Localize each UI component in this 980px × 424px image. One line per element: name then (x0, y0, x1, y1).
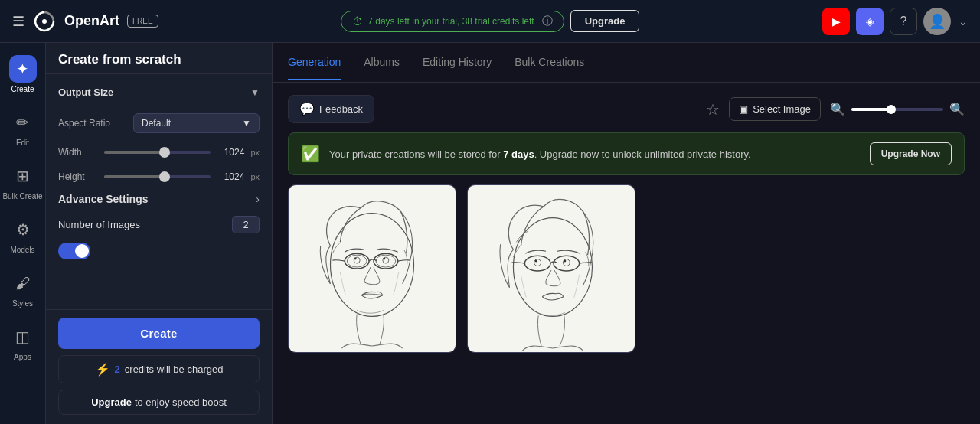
star-button[interactable]: ☆ (706, 100, 720, 119)
svg-point-0 (42, 19, 47, 24)
sidebar-item-bulk-create[interactable]: ⊞ Bulk Create (0, 156, 45, 207)
help-button[interactable]: ? (890, 8, 917, 35)
credits-text: credits will be charged (125, 364, 224, 375)
width-value: 1024 (217, 147, 244, 158)
panel-footer: Create ⚡ 2 credits will be charged Upgra… (46, 309, 272, 424)
output-size-section[interactable]: Output Size ▼ (58, 83, 260, 101)
trial-info: ⏱ 7 days left in your trial, 38 trial cr… (168, 10, 813, 32)
upgrade-now-button[interactable]: Upgrade Now (870, 142, 952, 165)
sketch-svg-2 (468, 185, 635, 352)
sidebar-item-edit[interactable]: ✏ Edit (0, 103, 45, 153)
svg-point-18 (564, 260, 566, 263)
create-button[interactable]: Create (58, 318, 260, 349)
sidebar-label-apps: Apps (14, 353, 31, 361)
zoom-out-icon[interactable]: 🔍 (830, 102, 845, 116)
svg-point-10 (383, 258, 385, 260)
discord-button[interactable]: ◈ (856, 8, 884, 35)
sidebar-label-create: Create (11, 85, 34, 93)
width-row: Width 1024 px (58, 147, 260, 158)
images-toggle[interactable] (58, 243, 90, 259)
height-slider[interactable] (104, 175, 211, 178)
avatar[interactable]: 👤 (923, 8, 951, 35)
sidebar-label-bulk-create: Bulk Create (2, 192, 42, 201)
num-images-header: Number of Images 2 (58, 216, 260, 233)
sketch-svg-1 (289, 185, 456, 352)
hamburger-icon[interactable]: ☰ (12, 13, 24, 30)
output-size-label: Output Size (58, 86, 113, 98)
select-image-icon: ▣ (739, 103, 748, 115)
generated-image-2[interactable] (467, 184, 635, 353)
width-slider[interactable] (104, 151, 211, 154)
aspect-ratio-select[interactable]: Default ▼ (133, 113, 260, 133)
styles-icon: 🖌 (9, 269, 37, 297)
tab-albums[interactable]: Albums (364, 45, 400, 80)
advance-settings-row[interactable]: Advance Settings › (58, 191, 260, 207)
apps-icon: ◫ (9, 323, 37, 351)
logo-text: OpenArt (64, 13, 119, 29)
bulk-create-icon: ⊞ (9, 162, 37, 190)
logo-area: ☰ OpenArt FREE (12, 9, 158, 34)
panel-title: Create from scratch (46, 43, 272, 74)
height-label: Height (58, 171, 98, 182)
panel-content: Output Size ▼ Aspect Ratio Default ▼ Wid… (46, 74, 272, 309)
tabs-bar: Generation Albums Editing History Bulk C… (273, 43, 980, 83)
chevron-down-icon[interactable]: ⌄ (959, 15, 968, 28)
select-image-label: Select Image (753, 103, 811, 115)
svg-point-6 (354, 258, 357, 260)
aspect-ratio-row: Aspect Ratio Default ▼ (58, 113, 260, 133)
info-suffix: . Upgrade now to unlock unlimited privat… (534, 148, 751, 160)
icon-sidebar: ✦ Create ✏ Edit ⊞ Bulk Create ⚙ Models 🖌… (0, 43, 46, 424)
svg-rect-1 (289, 185, 456, 352)
generated-image-1[interactable] (288, 184, 456, 353)
check-icon: ✅ (301, 145, 320, 163)
upgrade-text: Upgrade (91, 396, 132, 408)
upgrade-button[interactable]: Upgrade (570, 10, 640, 32)
right-panel: Generation Albums Editing History Bulk C… (273, 43, 980, 424)
width-label: Width (58, 147, 98, 158)
images-grid (288, 184, 965, 353)
info-icon[interactable]: ⓘ (542, 15, 553, 28)
zoom-in-icon[interactable]: 🔍 (949, 102, 965, 116)
info-banner-left: ✅ Your private creations will be stored … (301, 145, 751, 163)
num-images-value[interactable]: 2 (232, 216, 260, 233)
sidebar-label-styles: Styles (12, 299, 33, 308)
zoom-slider[interactable] (851, 108, 943, 111)
clock-icon: ⏱ (352, 15, 363, 28)
free-badge: FREE (127, 15, 158, 28)
top-navigation: ☰ OpenArt FREE ⏱ 7 days left in your tri… (0, 0, 980, 43)
output-size-chevron: ▼ (250, 87, 260, 98)
sidebar-label-models: Models (10, 246, 34, 254)
sidebar-item-create[interactable]: ✦ Create (0, 49, 45, 99)
sidebar-item-models[interactable]: ⚙ Models (0, 210, 45, 260)
edit-icon: ✏ (9, 109, 37, 136)
tab-bulk-creations[interactable]: Bulk Creations (514, 45, 584, 80)
trial-text: 7 days left in your trial, 38 trial cred… (368, 16, 534, 27)
toggle-thumb (75, 244, 89, 258)
svg-rect-11 (468, 185, 635, 352)
sidebar-label-edit: Edit (16, 139, 29, 147)
tab-editing-history[interactable]: Editing History (423, 45, 492, 80)
select-image-button[interactable]: ▣ Select Image (729, 97, 821, 121)
info-banner: ✅ Your private creations will be stored … (288, 132, 965, 175)
tab-generation[interactable]: Generation (288, 45, 341, 80)
openart-logo (32, 9, 57, 34)
credits-count: 2 (115, 364, 120, 375)
feedback-label: Feedback (319, 103, 363, 115)
advance-chevron-icon: › (256, 193, 260, 205)
number-of-images-section: Number of Images 2 (58, 216, 260, 259)
models-icon: ⚙ (9, 216, 37, 243)
height-row: Height 1024 px (58, 171, 260, 182)
height-unit: px (250, 172, 260, 181)
aspect-ratio-label: Aspect Ratio (58, 118, 127, 129)
sidebar-item-apps[interactable]: ◫ Apps (0, 317, 45, 367)
sidebar-item-styles[interactable]: 🖌 Styles (0, 263, 45, 314)
credits-row: ⚡ 2 credits will be charged (58, 355, 260, 383)
info-prefix: Your private creations will be stored fo… (329, 148, 503, 160)
youtube-button[interactable]: ▶ (822, 8, 850, 35)
create-icon: ✦ (9, 55, 37, 83)
aspect-ratio-value: Default (142, 118, 171, 129)
num-images-label: Number of Images (58, 219, 140, 230)
credits-icon: ⚡ (95, 362, 110, 377)
svg-point-15 (535, 260, 537, 263)
feedback-button[interactable]: 💬 Feedback (288, 95, 374, 123)
